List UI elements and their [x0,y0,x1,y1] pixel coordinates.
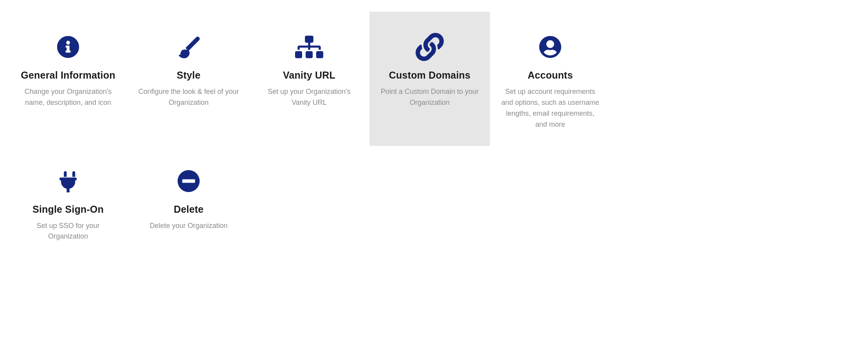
card-title: Vanity URL [283,70,335,81]
card-description: Configure the look & feel of your Organi… [138,86,240,108]
plug-icon [57,165,79,197]
card-description: Set up your Organization's Vanity URL [258,86,360,108]
card-description: Point a Custom Domain to your Organizati… [379,86,481,108]
card-vanity-url[interactable]: Vanity URL Set up your Organization's Va… [249,12,369,146]
paint-brush-icon [176,31,201,63]
card-title: Custom Domains [389,70,470,81]
link-icon [416,31,444,63]
card-description: Change your Organization's name, descrip… [17,86,119,108]
card-title: Single Sign-On [32,204,104,215]
user-circle-icon [539,31,562,63]
minus-circle-icon [177,165,200,197]
card-accounts[interactable]: Accounts Set up account requirements and… [490,12,610,146]
card-custom-domains[interactable]: Custom Domains Point a Custom Domain to … [369,12,490,146]
card-title: Style [177,70,201,81]
card-style[interactable]: Style Configure the look & feel of your … [128,12,249,146]
info-icon [57,31,79,63]
card-title: Accounts [528,70,573,81]
card-delete[interactable]: Delete Delete your Organization [128,146,249,258]
card-description: Set up SSO for your Organization [17,221,119,242]
sitemap-icon [295,31,323,63]
card-description: Set up account requirements and options,… [499,86,601,130]
card-general-information[interactable]: General Information Change your Organiza… [8,12,128,146]
card-description: Delete your Organization [149,221,227,232]
card-title: Delete [174,204,203,215]
card-title: General Information [21,70,115,81]
settings-grid: General Information Change your Organiza… [8,12,610,258]
card-single-sign-on[interactable]: Single Sign-On Set up SSO for your Organ… [8,146,128,258]
